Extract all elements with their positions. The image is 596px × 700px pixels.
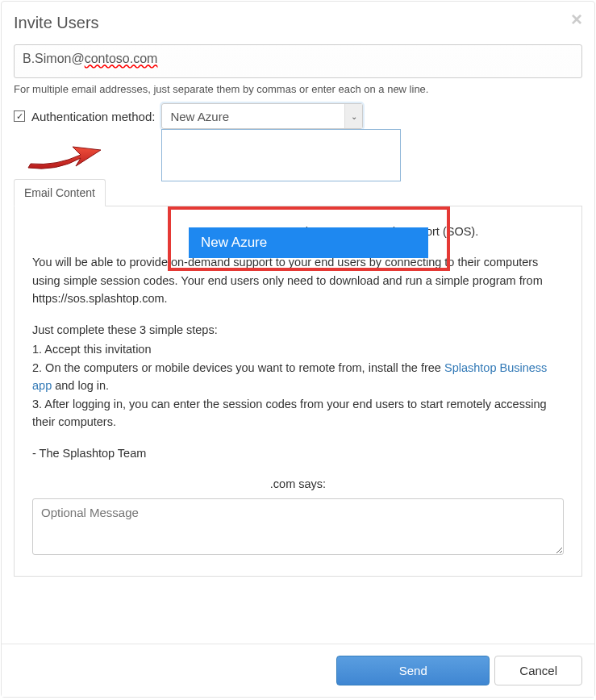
auth-option-new-azure[interactable]: New Azure (189, 227, 428, 258)
auth-select-wrap: New Azure ⌄ (161, 103, 363, 129)
tab-email-content[interactable]: Email Content (14, 179, 106, 206)
email-input[interactable]: B.Simon@contoso.com (14, 44, 582, 78)
chevron-down-icon: ⌄ (344, 104, 362, 128)
email-p3: Just complete these 3 simple steps: (32, 321, 564, 339)
cancel-button[interactable]: Cancel (494, 656, 582, 685)
email-p2: You will be able to provide on-demand su… (32, 253, 564, 307)
send-button[interactable]: Send (336, 656, 490, 685)
modal-footer: Send Cancel (2, 644, 594, 697)
email-hint: For multiple email addresses, just separ… (14, 83, 582, 95)
modal-title: Invite Users (14, 14, 582, 32)
auth-method-row: ✓ Authentication method: New Azure ⌄ (14, 103, 582, 129)
invite-users-modal: Invite Users × B.Simon@contoso.com For m… (1, 1, 595, 698)
auth-select[interactable]: New Azure ⌄ (161, 103, 363, 129)
optional-message-input[interactable] (32, 498, 564, 555)
email-content-panel: You have been invited to create an accou… (14, 206, 582, 577)
auth-checkbox[interactable]: ✓ (14, 110, 25, 122)
close-icon[interactable]: × (571, 10, 582, 29)
email-step1: 1. Accept this invitation (32, 340, 564, 358)
email-signoff: - The Splashtop Team (32, 444, 564, 462)
auth-select-value: New Azure (170, 110, 229, 123)
com-says-label: .com says: (32, 475, 564, 493)
tab-bar: Email Content (14, 177, 582, 206)
auth-label: Authentication method: (31, 110, 155, 123)
modal-body: B.Simon@contoso.com For multiple email a… (2, 44, 594, 589)
email-step2: 2. On the computers or mobile devices yo… (32, 359, 564, 395)
auth-dropdown-panel[interactable] (161, 129, 401, 181)
modal-header: Invite Users × (2, 2, 594, 44)
email-step3: 3. After logging in, you can enter the s… (32, 395, 564, 431)
